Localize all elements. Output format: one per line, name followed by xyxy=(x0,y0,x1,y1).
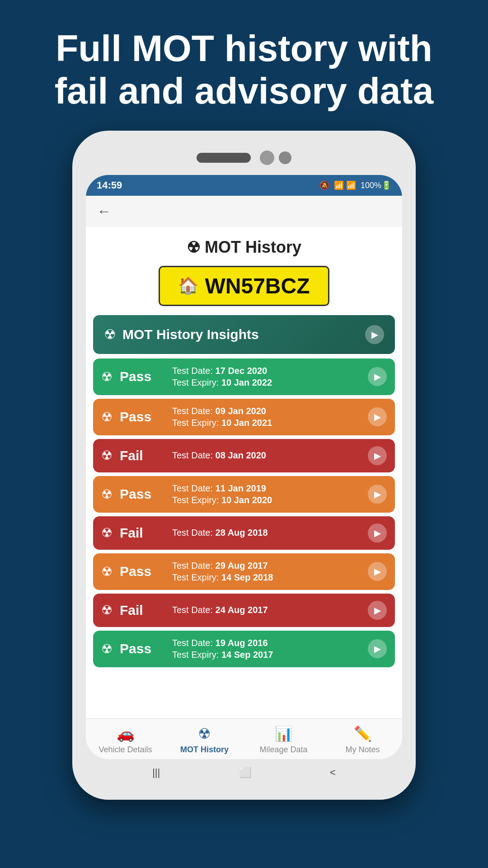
page-title-icon: ☢ xyxy=(187,238,200,256)
mot-icon: ☢ xyxy=(101,564,113,579)
mot-list-item[interactable]: ☢ Fail Test Date: 24 Aug 2017 ▶ xyxy=(93,594,395,627)
mot-list: ☢ Pass Test Date: 17 Dec 2020 Test Expir… xyxy=(86,359,402,667)
mot-dates: Test Date: 11 Jan 2019 Test Expiry: 10 J… xyxy=(172,483,272,505)
nav-icon: 📊 xyxy=(275,725,293,742)
mot-item-left: ☢ Pass Test Date: 19 Aug 2016 Test Expir… xyxy=(101,638,273,660)
mot-icon: ☢ xyxy=(101,410,113,425)
app-header: ← xyxy=(86,196,402,227)
mot-result: Pass xyxy=(120,641,165,656)
mot-dates: Test Date: 28 Aug 2018 xyxy=(172,528,268,538)
system-nav-back[interactable]: < xyxy=(330,767,336,778)
status-time: 14:59 xyxy=(97,179,122,191)
nav-item-vehicle-details[interactable]: 🚗 Vehicle Details xyxy=(94,725,157,755)
license-plate: 🏠 WN57BCZ xyxy=(159,266,329,306)
mot-item-play-button[interactable]: ▶ xyxy=(368,367,387,386)
plate-number: WN57BCZ xyxy=(205,274,310,298)
mot-item-play-button[interactable]: ▶ xyxy=(368,601,387,620)
mot-item-play-button[interactable]: ▶ xyxy=(368,524,387,542)
mot-dates: Test Date: 29 Aug 2017 Test Expiry: 14 S… xyxy=(172,561,273,583)
nav-label: MOT History xyxy=(180,745,229,755)
mot-list-item[interactable]: ☢ Pass Test Date: 29 Aug 2017 Test Expir… xyxy=(93,553,395,590)
mot-result: Pass xyxy=(120,486,165,502)
mot-result: Pass xyxy=(120,369,165,384)
mot-expiry-date: Test Expiry: 14 Sep 2017 xyxy=(172,650,273,660)
nav-label: My Notes xyxy=(345,745,380,755)
phone-frame: 14:59 🔕 📶 📶 100%🔋 ← ☢ MOT History 🏠 WN57… xyxy=(72,131,416,800)
mot-icon: ☢ xyxy=(101,487,113,502)
plate-icon: 🏠 xyxy=(178,276,198,295)
system-nav-home[interactable]: ⬜ xyxy=(239,767,251,778)
mot-icon: ☢ xyxy=(101,603,113,618)
mot-list-item[interactable]: ☢ Pass Test Date: 19 Aug 2016 Test Expir… xyxy=(93,631,395,667)
mot-test-date: Test Date: 17 Dec 2020 xyxy=(172,366,272,376)
mot-item-play-button[interactable]: ▶ xyxy=(368,639,387,658)
mot-item-play-button[interactable]: ▶ xyxy=(368,562,387,581)
status-bar: 14:59 🔕 📶 📶 100%🔋 xyxy=(86,175,402,196)
mot-dates: Test Date: 24 Aug 2017 xyxy=(172,605,268,615)
mot-test-date: Test Date: 24 Aug 2017 xyxy=(172,605,268,615)
mot-result: Fail xyxy=(120,603,165,618)
nav-label: Vehicle Details xyxy=(99,745,152,755)
mot-test-date: Test Date: 11 Jan 2019 xyxy=(172,483,272,494)
mot-icon: ☢ xyxy=(101,369,113,384)
mot-list-item[interactable]: ☢ Fail Test Date: 08 Jan 2020 ▶ xyxy=(93,439,395,472)
mot-test-date: Test Date: 09 Jan 2020 xyxy=(172,406,272,416)
nav-item-my-notes[interactable]: ✏️ My Notes xyxy=(331,725,394,755)
page-title: ☢ MOT History xyxy=(86,227,402,261)
content-area: ☢ MOT History 🏠 WN57BCZ ☢ MOT History In… xyxy=(86,227,402,718)
mot-result: Fail xyxy=(120,448,165,463)
system-nav-recents[interactable]: ||| xyxy=(152,767,160,778)
mot-expiry-date: Test Expiry: 14 Sep 2018 xyxy=(172,572,273,583)
mot-item-left: ☢ Pass Test Date: 11 Jan 2019 Test Expir… xyxy=(101,483,272,505)
bottom-nav: 🚗 Vehicle Details ☢ MOT History 📊 Mileag… xyxy=(86,718,402,759)
insights-left: ☢ MOT History Insights xyxy=(104,326,259,342)
mot-result: Pass xyxy=(120,564,165,579)
mot-item-left: ☢ Pass Test Date: 09 Jan 2020 Test Expir… xyxy=(101,406,272,428)
mot-list-item[interactable]: ☢ Pass Test Date: 09 Jan 2020 Test Expir… xyxy=(93,399,395,435)
nav-icon: ✏️ xyxy=(354,725,372,742)
nav-icon: ☢ xyxy=(198,725,211,742)
insights-label: MOT History Insights xyxy=(122,327,259,342)
mot-icon: ☢ xyxy=(101,642,113,656)
mot-list-item[interactable]: ☢ Pass Test Date: 17 Dec 2020 Test Expir… xyxy=(93,359,395,395)
mot-item-left: ☢ Pass Test Date: 17 Dec 2020 Test Expir… xyxy=(101,366,272,388)
page-title-label: MOT History xyxy=(205,238,301,257)
mot-test-date: Test Date: 29 Aug 2017 xyxy=(172,561,273,571)
mot-test-date: Test Date: 28 Aug 2018 xyxy=(172,528,268,538)
mot-expiry-date: Test Expiry: 10 Jan 2021 xyxy=(172,418,272,428)
phone-camera-secondary xyxy=(279,151,291,164)
mot-result: Pass xyxy=(120,409,165,425)
mot-item-left: ☢ Fail Test Date: 08 Jan 2020 xyxy=(101,448,266,463)
hero-heading: Full MOT history with fail and advisory … xyxy=(0,0,488,131)
nav-item-mileage-data[interactable]: 📊 Mileage Data xyxy=(252,725,315,755)
mot-result: Fail xyxy=(120,525,165,541)
phone-hardware-top xyxy=(86,144,402,171)
mot-item-play-button[interactable]: ▶ xyxy=(368,485,387,504)
mot-list-item[interactable]: ☢ Fail Test Date: 28 Aug 2018 ▶ xyxy=(93,516,395,550)
mot-item-left: ☢ Pass Test Date: 29 Aug 2017 Test Expir… xyxy=(101,561,273,583)
status-icons: 🔕 📶 📶 100%🔋 xyxy=(319,180,391,190)
nav-label: Mileage Data xyxy=(259,745,307,755)
mot-icon: ☢ xyxy=(101,448,113,463)
mot-dates: Test Date: 08 Jan 2020 xyxy=(172,450,266,461)
phone-speaker xyxy=(197,153,251,163)
phone-screen: 14:59 🔕 📶 📶 100%🔋 ← ☢ MOT History 🏠 WN57… xyxy=(86,175,402,759)
mot-dates: Test Date: 17 Dec 2020 Test Expiry: 10 J… xyxy=(172,366,272,388)
mot-item-left: ☢ Fail Test Date: 28 Aug 2018 xyxy=(101,525,268,541)
insights-card[interactable]: ☢ MOT History Insights ▶ xyxy=(93,315,395,354)
back-button[interactable]: ← xyxy=(97,203,111,220)
mot-dates: Test Date: 19 Aug 2016 Test Expiry: 14 S… xyxy=(172,638,273,660)
mot-icon: ☢ xyxy=(101,525,113,540)
mot-expiry-date: Test Expiry: 10 Jan 2022 xyxy=(172,377,272,388)
phone-camera-main xyxy=(260,151,274,165)
insights-play-button[interactable]: ▶ xyxy=(365,325,384,344)
mot-item-play-button[interactable]: ▶ xyxy=(368,446,387,465)
nav-item-mot-history[interactable]: ☢ MOT History xyxy=(173,725,236,755)
system-nav: ||| ⬜ < xyxy=(86,759,402,786)
mot-item-play-button[interactable]: ▶ xyxy=(368,407,387,426)
mot-test-date: Test Date: 08 Jan 2020 xyxy=(172,450,266,461)
mot-dates: Test Date: 09 Jan 2020 Test Expiry: 10 J… xyxy=(172,406,272,428)
mot-list-item[interactable]: ☢ Pass Test Date: 11 Jan 2019 Test Expir… xyxy=(93,476,395,513)
nav-icon: 🚗 xyxy=(117,725,135,742)
mot-test-date: Test Date: 19 Aug 2016 xyxy=(172,638,273,648)
